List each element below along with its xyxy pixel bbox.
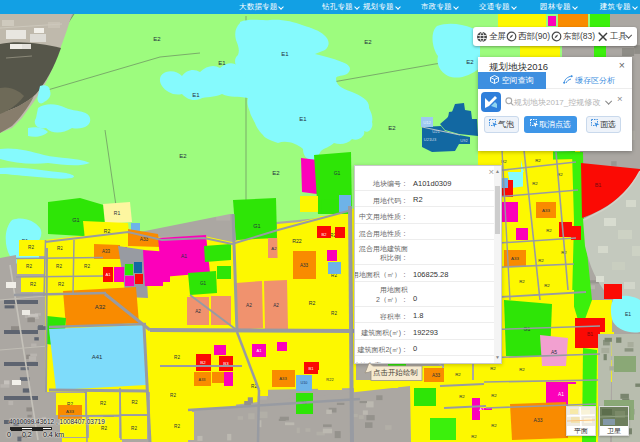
- svg-text:A1: A1: [105, 272, 111, 277]
- svg-text:R2: R2: [532, 181, 538, 186]
- svg-text:E2: E2: [364, 39, 372, 45]
- svg-text:A33: A33: [66, 409, 74, 414]
- svg-text:R1: R1: [114, 210, 121, 216]
- svg-text:E1: E1: [192, 92, 200, 98]
- svg-text:A2: A2: [195, 309, 201, 314]
- svg-text:B1: B1: [595, 182, 602, 188]
- svg-text:A32: A32: [95, 304, 106, 310]
- svg-text:A2: A2: [273, 303, 279, 308]
- svg-text:R2: R2: [170, 393, 176, 398]
- svg-text:U12: U12: [423, 120, 431, 125]
- svg-text:R2: R2: [174, 424, 180, 429]
- svg-text:A1: A1: [181, 253, 187, 259]
- svg-text:R2: R2: [535, 158, 541, 163]
- svg-text:E1: E1: [281, 51, 289, 57]
- svg-text:R2: R2: [26, 264, 32, 269]
- svg-text:U21U3: U21U3: [424, 137, 437, 142]
- svg-text:R2: R2: [101, 426, 107, 431]
- svg-text:A33: A33: [199, 378, 206, 382]
- svg-text:A1: A1: [558, 392, 564, 397]
- svg-text:B2: B2: [200, 360, 206, 365]
- svg-text:G1: G1: [334, 170, 341, 176]
- svg-text:R2: R2: [519, 279, 525, 284]
- svg-text:A2: A2: [246, 303, 252, 308]
- svg-text:R2: R2: [104, 228, 111, 234]
- svg-text:E1: E1: [218, 60, 226, 66]
- svg-text:A33: A33: [140, 237, 149, 242]
- svg-text:A33: A33: [542, 208, 550, 213]
- svg-text:E1: E1: [299, 116, 307, 122]
- svg-text:B2: B2: [322, 232, 328, 237]
- svg-text:A33: A33: [279, 376, 287, 381]
- svg-text:R2: R2: [471, 434, 477, 439]
- svg-text:R2: R2: [491, 423, 497, 428]
- svg-text:E2: E2: [179, 153, 187, 159]
- svg-text:U92: U92: [460, 138, 468, 143]
- svg-text:A41: A41: [92, 354, 103, 360]
- svg-text:E1: E1: [625, 311, 631, 317]
- svg-text:R2: R2: [490, 366, 496, 371]
- svg-text:R2: R2: [100, 401, 106, 406]
- svg-text:R2: R2: [57, 246, 63, 251]
- svg-text:A2: A2: [271, 246, 277, 251]
- svg-text:E2: E2: [388, 125, 396, 131]
- svg-text:B1: B1: [309, 366, 315, 371]
- svg-text:R2: R2: [331, 311, 337, 316]
- svg-text:R2: R2: [538, 258, 544, 263]
- svg-text:R2: R2: [544, 283, 550, 288]
- svg-text:R2: R2: [459, 394, 465, 399]
- svg-text:R2: R2: [309, 300, 316, 306]
- svg-text:G1: G1: [253, 223, 260, 229]
- svg-text:G1: G1: [200, 281, 207, 286]
- svg-text:A5: A5: [551, 349, 557, 355]
- svg-text:R2: R2: [455, 372, 461, 377]
- svg-text:A33: A33: [511, 256, 519, 261]
- svg-text:U10: U10: [301, 381, 308, 385]
- svg-text:R2: R2: [58, 282, 64, 287]
- svg-text:R2: R2: [132, 400, 138, 405]
- svg-text:R2: R2: [56, 264, 62, 269]
- svg-text:E2: E2: [153, 36, 161, 42]
- svg-text:B1: B1: [587, 331, 593, 337]
- svg-text:A33: A33: [432, 373, 441, 378]
- svg-text:R22: R22: [326, 377, 334, 382]
- svg-text:R2: R2: [84, 264, 90, 269]
- svg-text:R2: R2: [28, 245, 34, 250]
- svg-text:R2: R2: [491, 393, 497, 398]
- svg-text:R2: R2: [174, 355, 180, 360]
- svg-text:A33: A33: [300, 263, 309, 268]
- svg-text:R22: R22: [292, 238, 302, 244]
- svg-text:A33: A33: [534, 417, 543, 423]
- svg-text:A1: A1: [257, 348, 263, 353]
- svg-text:A33: A33: [102, 249, 111, 254]
- svg-text:U21: U21: [432, 129, 440, 134]
- svg-text:E2: E2: [272, 170, 280, 176]
- svg-text:R2: R2: [30, 282, 36, 287]
- svg-text:E2: E2: [466, 59, 474, 65]
- svg-text:G1: G1: [72, 217, 79, 223]
- svg-text:R2: R2: [546, 228, 552, 233]
- svg-text:R2: R2: [131, 426, 137, 431]
- svg-text:R2: R2: [519, 367, 525, 372]
